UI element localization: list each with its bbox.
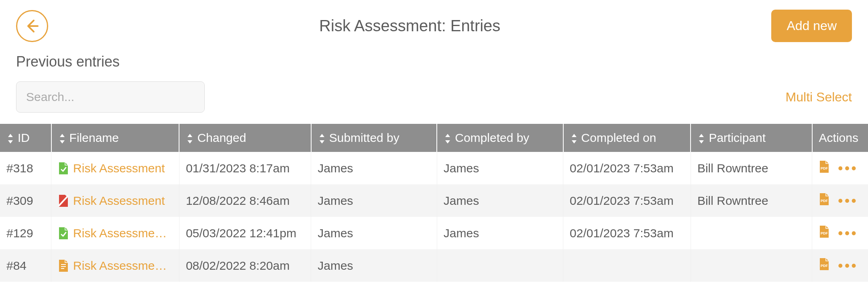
cell-actions: PDF••• bbox=[812, 249, 868, 282]
table-row: #318Risk Assessment01/31/2023 8:17amJame… bbox=[0, 152, 868, 184]
multi-select-link[interactable]: Multi Select bbox=[786, 90, 852, 105]
download-pdf-button[interactable]: PDF bbox=[819, 160, 830, 176]
col-header-changed[interactable]: Changed bbox=[179, 124, 311, 152]
cell-changed: 05/03/2022 12:41pm bbox=[179, 217, 311, 249]
svg-text:PDF: PDF bbox=[821, 264, 828, 268]
cell-actions: PDF••• bbox=[812, 217, 868, 249]
pdf-icon: PDF bbox=[819, 160, 830, 174]
download-pdf-button[interactable]: PDF bbox=[819, 192, 830, 209]
table-row: #84Risk Assessme…08/02/2022 8:20amJamesP… bbox=[0, 249, 868, 282]
more-actions-button[interactable]: ••• bbox=[838, 194, 858, 208]
back-button[interactable] bbox=[16, 10, 48, 42]
cell-completed-by: James bbox=[437, 152, 563, 184]
filename-link[interactable]: Risk Assessment bbox=[73, 194, 165, 208]
sort-icon bbox=[318, 133, 326, 144]
pdf-icon: PDF bbox=[819, 192, 830, 206]
download-pdf-button[interactable]: PDF bbox=[819, 257, 830, 274]
cell-completed-by bbox=[437, 249, 563, 282]
cell-id: #318 bbox=[0, 152, 51, 184]
cell-participant bbox=[691, 217, 812, 249]
page-title: Risk Assessment: Entries bbox=[48, 17, 771, 35]
cell-actions: PDF••• bbox=[812, 152, 868, 184]
sort-icon bbox=[186, 133, 194, 144]
cell-changed: 08/02/2022 8:20am bbox=[179, 249, 311, 282]
cell-submitted-by: James bbox=[311, 152, 437, 184]
cell-participant: Bill Rowntree bbox=[691, 184, 812, 217]
cell-participant bbox=[691, 249, 812, 282]
svg-text:PDF: PDF bbox=[821, 166, 828, 170]
table-row: #309Risk Assessment12/08/2022 8:46amJame… bbox=[0, 184, 868, 217]
col-header-submitted-by[interactable]: Submitted by bbox=[311, 124, 437, 152]
pdf-icon: PDF bbox=[819, 225, 830, 238]
cell-id: #129 bbox=[0, 217, 51, 249]
cell-filename: Risk Assessment bbox=[51, 152, 179, 184]
filename-link[interactable]: Risk Assessme… bbox=[73, 259, 167, 273]
file-check-icon bbox=[58, 226, 69, 240]
search-input[interactable] bbox=[16, 81, 205, 113]
file-alert-icon bbox=[58, 194, 69, 208]
col-header-actions: Actions bbox=[812, 124, 868, 152]
more-actions-button[interactable]: ••• bbox=[838, 226, 858, 240]
cell-completed-on: 02/01/2023 7:53am bbox=[563, 152, 691, 184]
arrow-left-icon bbox=[24, 18, 40, 34]
download-pdf-button[interactable]: PDF bbox=[819, 225, 830, 241]
entries-table: ID Filename Changed Submitted by Complet… bbox=[0, 124, 868, 282]
pdf-icon: PDF bbox=[819, 257, 830, 271]
file-doc-icon bbox=[58, 259, 69, 273]
cell-completed-on bbox=[563, 249, 691, 282]
cell-submitted-by: James bbox=[311, 184, 437, 217]
section-heading: Previous entries bbox=[0, 42, 868, 70]
sort-icon bbox=[58, 133, 66, 144]
svg-text:PDF: PDF bbox=[821, 231, 828, 235]
cell-completed-on: 02/01/2023 7:53am bbox=[563, 184, 691, 217]
col-header-id[interactable]: ID bbox=[0, 124, 51, 152]
cell-filename: Risk Assessment bbox=[51, 184, 179, 217]
col-header-completed-by[interactable]: Completed by bbox=[437, 124, 563, 152]
cell-actions: PDF••• bbox=[812, 184, 868, 217]
cell-filename: Risk Assessme… bbox=[51, 217, 179, 249]
filename-link[interactable]: Risk Assessme… bbox=[73, 226, 167, 240]
sort-icon bbox=[444, 133, 452, 144]
col-header-filename[interactable]: Filename bbox=[51, 124, 179, 152]
sort-icon bbox=[697, 133, 705, 144]
cell-completed-by: James bbox=[437, 217, 563, 249]
cell-id: #84 bbox=[0, 249, 51, 282]
cell-filename: Risk Assessme… bbox=[51, 249, 179, 282]
cell-submitted-by: James bbox=[311, 217, 437, 249]
sort-icon bbox=[6, 133, 14, 144]
col-header-participant[interactable]: Participant bbox=[691, 124, 812, 152]
sort-icon bbox=[570, 133, 578, 144]
table-row: #129Risk Assessme…05/03/2022 12:41pmJame… bbox=[0, 217, 868, 249]
more-actions-button[interactable]: ••• bbox=[838, 161, 858, 176]
cell-completed-on: 02/01/2023 7:53am bbox=[563, 217, 691, 249]
add-new-button[interactable]: Add new bbox=[771, 10, 852, 42]
cell-changed: 12/08/2022 8:46am bbox=[179, 184, 311, 217]
cell-participant: Bill Rowntree bbox=[691, 152, 812, 184]
cell-completed-by: James bbox=[437, 184, 563, 217]
more-actions-button[interactable]: ••• bbox=[838, 259, 858, 273]
cell-id: #309 bbox=[0, 184, 51, 217]
svg-text:PDF: PDF bbox=[821, 199, 828, 203]
col-header-completed-on[interactable]: Completed on bbox=[563, 124, 691, 152]
cell-submitted-by: James bbox=[311, 249, 437, 282]
filename-link[interactable]: Risk Assessment bbox=[73, 162, 165, 175]
cell-changed: 01/31/2023 8:17am bbox=[179, 152, 311, 184]
file-check-icon bbox=[58, 162, 69, 175]
